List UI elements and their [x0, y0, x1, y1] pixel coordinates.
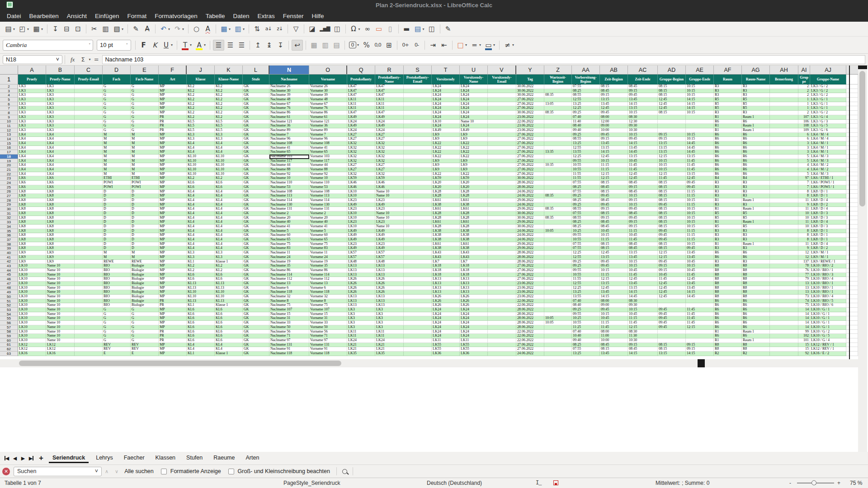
- cell-AD59[interactable]: [658, 334, 686, 338]
- cell-F31[interactable]: MP: [159, 211, 187, 216]
- column-header-AD[interactable]: AD: [658, 66, 686, 74]
- table-header-AI[interactable]: Gruppe: [798, 75, 810, 84]
- cell-AA15[interactable]: 13:25: [572, 141, 600, 146]
- cell-AC30[interactable]: 09:45: [628, 207, 658, 211]
- cell-Q6[interactable]: LK11: [347, 102, 375, 107]
- cell-L6[interactable]: GK: [243, 102, 269, 107]
- cell-O9[interactable]: Vorname 61: [309, 115, 347, 120]
- cell-T29[interactable]: LK38: [432, 203, 460, 207]
- cell-Y56[interactable]: 28.06.2022: [516, 321, 544, 325]
- save-button[interactable]: ▦▾: [31, 24, 44, 34]
- cell-S8[interactable]: [404, 111, 432, 115]
- cell-N2[interactable]: Nachname 26: [269, 84, 309, 89]
- cell-AF52[interactable]: R6: [714, 303, 742, 308]
- cell-T44[interactable]: LK18: [432, 268, 460, 273]
- row-header-36[interactable]: 36: [0, 233, 18, 238]
- cell-C17[interactable]: [75, 150, 103, 155]
- column-header-O[interactable]: O: [309, 66, 347, 74]
- cell-AA51[interactable]: 07:40: [572, 299, 600, 304]
- cell-AA23[interactable]: 11:55: [572, 176, 600, 181]
- cell-L29[interactable]: GK: [243, 203, 269, 207]
- chevron-down-icon[interactable]: ▾: [27, 27, 29, 31]
- cell-V28[interactable]: [488, 198, 516, 203]
- cell-Y31[interactable]: 30.06.2022: [516, 211, 544, 216]
- row-header-49[interactable]: 49: [0, 290, 18, 295]
- formatted-display-checkbox[interactable]: [161, 469, 167, 474]
- cell-Q5[interactable]: LK11: [347, 98, 375, 102]
- cell-A47[interactable]: LK10: [18, 282, 46, 286]
- cell-K33[interactable]: KL4: [215, 220, 243, 225]
- cell-AE13[interactable]: 10:15: [686, 133, 714, 137]
- cell-AC13[interactable]: 10:15: [628, 133, 658, 137]
- cell-Q55[interactable]: LK3: [347, 316, 375, 321]
- cell-V31[interactable]: [488, 211, 516, 216]
- cell-AG15[interactable]: R6: [742, 141, 770, 146]
- row-header-44[interactable]: 44: [0, 268, 18, 273]
- cell-AB54[interactable]: 10:15: [600, 312, 628, 317]
- cell-AC61[interactable]: 09:15: [628, 343, 658, 347]
- cell-AJ28[interactable]: LK8 / D / 4: [810, 198, 846, 203]
- cell-AJ57[interactable]: LK10 / G / 1: [810, 325, 846, 330]
- cell-T26[interactable]: LK28: [432, 190, 460, 194]
- row-header-21[interactable]: 21: [0, 168, 18, 172]
- cell-AF28[interactable]: R1: [714, 198, 742, 203]
- cell-R42[interactable]: LK48: [375, 260, 404, 264]
- cell-U19[interactable]: LK9: [460, 159, 488, 164]
- cell-AH16[interactable]: [770, 146, 798, 150]
- cell-AC60[interactable]: 10:30: [628, 338, 658, 343]
- cell-D47[interactable]: BIO: [103, 282, 131, 286]
- clone-formatting-button[interactable]: ✎: [131, 24, 141, 34]
- cell-AH48[interactable]: [770, 286, 798, 291]
- cell-Z4[interactable]: 08:35: [544, 93, 572, 98]
- cell-AE57[interactable]: 12:15: [686, 325, 714, 330]
- cell-E8[interactable]: G: [131, 111, 159, 115]
- cell-S30[interactable]: [404, 207, 432, 211]
- cell-L47[interactable]: GK: [243, 282, 269, 286]
- cell-Z29[interactable]: [544, 203, 572, 207]
- cell-AB12[interactable]: 10:00: [600, 128, 628, 133]
- cell-S31[interactable]: [404, 211, 432, 216]
- cell-A20[interactable]: LK4: [18, 163, 46, 168]
- cell-Y3[interactable]: 30.06.2022: [516, 89, 544, 94]
- cell-Z31[interactable]: [544, 211, 572, 216]
- cell-AE31[interactable]: 10:15: [686, 211, 714, 216]
- cell-K30[interactable]: KL4: [215, 207, 243, 211]
- cell-T35[interactable]: LK38: [432, 229, 460, 234]
- cell-U62[interactable]: LK55: [460, 347, 488, 352]
- row-header-34[interactable]: 34: [0, 225, 18, 229]
- cell-AH30[interactable]: [770, 207, 798, 211]
- cell-N10[interactable]: Nachname 121: [269, 120, 309, 124]
- cell-AE51[interactable]: [686, 299, 714, 304]
- cell-K58[interactable]: KL6: [215, 330, 243, 334]
- cell-AG2[interactable]: R3: [742, 84, 770, 89]
- cell-U33[interactable]: LK61: [460, 220, 488, 225]
- cell-A52[interactable]: LK10: [18, 303, 46, 308]
- cell-S10[interactable]: [404, 120, 432, 124]
- cell-J36[interactable]: KL4: [187, 233, 215, 238]
- cell-AF27[interactable]: R3: [714, 194, 742, 198]
- cell-Z55[interactable]: 10:05: [544, 316, 572, 321]
- cell-Y18[interactable]: 27.06.2022: [516, 155, 544, 159]
- cell-Z34[interactable]: [544, 225, 572, 229]
- cell-AC51[interactable]: 08:30: [628, 299, 658, 304]
- sort-ascending-button[interactable]: a↓: [263, 24, 274, 34]
- cell-C21[interactable]: [75, 168, 103, 172]
- cell-AA34[interactable]: 08:25: [572, 225, 600, 229]
- spelling-button[interactable]: A: [203, 24, 213, 34]
- cell-AA55[interactable]: 10:25: [572, 316, 600, 321]
- cell-AA5[interactable]: 12:55: [572, 98, 600, 102]
- cell-AF42[interactable]: R3: [714, 260, 742, 264]
- cell-AF53[interactable]: R6: [714, 308, 742, 312]
- cell-AF47[interactable]: R8: [714, 282, 742, 286]
- cell-N14[interactable]: Nachname 96: [269, 137, 309, 141]
- chevron-down-icon[interactable]: ▾: [204, 43, 206, 47]
- cell-AH12[interactable]: [770, 128, 798, 133]
- cell-U41[interactable]: LK43: [460, 255, 488, 260]
- cell-K12[interactable]: KL5: [215, 128, 243, 133]
- cell-AC36[interactable]: 10:45: [628, 233, 658, 238]
- cell-L34[interactable]: GK: [243, 225, 269, 229]
- cell-D30[interactable]: D: [103, 207, 131, 211]
- cell-C22[interactable]: [75, 172, 103, 177]
- cell-T39[interactable]: LK38: [432, 246, 460, 251]
- cell-N27[interactable]: Nachname 113: [269, 194, 309, 198]
